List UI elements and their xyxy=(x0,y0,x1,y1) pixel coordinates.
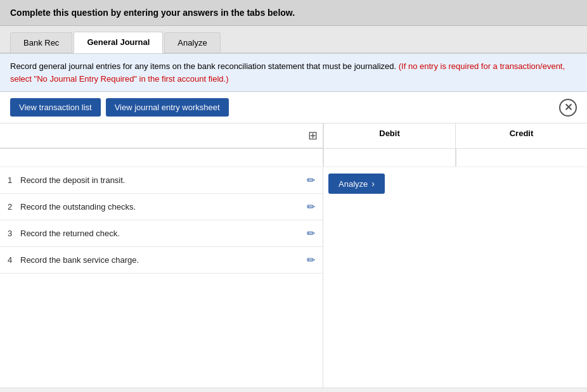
entry-text-1: Record the deposit in transit. xyxy=(20,175,302,185)
info-main-text: Record general journal entries for any i… xyxy=(10,61,396,71)
empty-left-cell xyxy=(0,149,323,167)
view-transaction-btn[interactable]: View transaction list xyxy=(10,98,101,117)
close-button[interactable]: ✕ xyxy=(559,99,577,117)
info-bar: Record general journal entries for any i… xyxy=(0,54,587,92)
debit-col-header: Debit xyxy=(323,123,455,148)
left-spacer xyxy=(0,274,323,388)
tabs-bar: Bank Rec General Journal Analyze xyxy=(0,26,587,54)
entry-text-3: Record the returned check. xyxy=(20,229,302,238)
entry-num-3: 3 xyxy=(8,229,20,238)
journal-header: ⊞ Debit Credit xyxy=(0,123,587,149)
analyze-chevron: › xyxy=(371,179,375,189)
tab-bank-rec[interactable]: Bank Rec xyxy=(10,32,72,53)
entry-text-4: Record the bank service charge. xyxy=(20,255,302,265)
entry-row-2: 2 Record the outstanding checks. ✏ xyxy=(0,194,323,220)
entry-text-2: Record the outstanding checks. xyxy=(20,202,302,212)
credit-col-header: Credit xyxy=(455,123,587,148)
edit-icon-2[interactable]: ✏ xyxy=(307,201,315,213)
view-worksheet-btn[interactable]: View journal entry worksheet xyxy=(106,98,229,117)
action-bar: View transaction list View journal entry… xyxy=(0,92,587,123)
entry-row-3: 3 Record the returned check. ✏ xyxy=(0,220,323,247)
right-panel: Analyze › xyxy=(323,167,587,388)
note-bar: Note : = journal entry has been entered xyxy=(0,388,587,392)
tab-analyze[interactable]: Analyze xyxy=(164,32,220,53)
entry-row-1: 1 Record the deposit in transit. ✏ xyxy=(0,167,323,194)
edit-icon-1[interactable]: ✏ xyxy=(307,174,315,186)
entry-num-1: 1 xyxy=(8,175,20,185)
edit-icon-3[interactable]: ✏ xyxy=(307,227,315,239)
content-wrapper: ⊞ Debit Credit 1 Record t xyxy=(0,123,587,392)
empty-data-row xyxy=(0,149,587,167)
tab-general-journal[interactable]: General Journal xyxy=(74,32,163,53)
empty-right-cell-2[interactable] xyxy=(456,149,588,167)
col-headers: Debit Credit xyxy=(323,123,587,148)
empty-right-cell-1[interactable] xyxy=(323,149,456,167)
left-panel: 1 Record the deposit in transit. ✏ 2 Rec… xyxy=(0,167,323,388)
banner-text: Complete this question by entering your … xyxy=(10,8,295,18)
main-area: ⊞ Debit Credit 1 Record t xyxy=(0,123,587,392)
grid-icon-cell: ⊞ xyxy=(0,123,323,148)
grid-icon[interactable]: ⊞ xyxy=(308,129,318,142)
entry-num-4: 4 xyxy=(8,255,20,265)
edit-icon-4[interactable]: ✏ xyxy=(307,254,315,266)
right-spacer xyxy=(323,200,587,388)
analyze-btn-row: Analyze › xyxy=(323,167,587,200)
split-area: 1 Record the deposit in transit. ✏ 2 Rec… xyxy=(0,167,587,388)
top-banner: Complete this question by entering your … xyxy=(0,0,587,26)
entry-num-2: 2 xyxy=(8,202,20,212)
analyze-button[interactable]: Analyze › xyxy=(328,174,385,194)
entry-row-4: 4 Record the bank service charge. ✏ xyxy=(0,247,323,274)
